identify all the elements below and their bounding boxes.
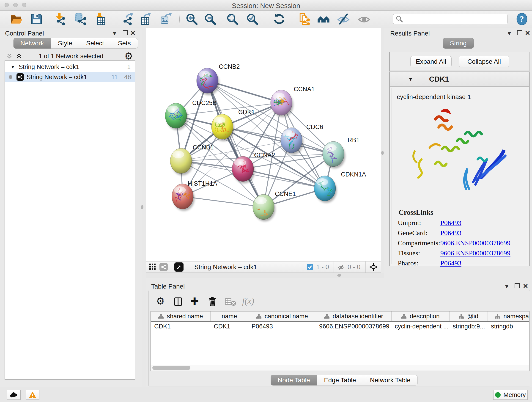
- bottom-status-bar: Memory: [0, 387, 532, 402]
- network-options-gear-icon[interactable]: ⚙: [124, 51, 133, 62]
- close-panel-icon[interactable]: ✕: [525, 29, 530, 37]
- table-cell[interactable]: 9606.ENSP00000378699: [316, 322, 392, 331]
- import-table-file-button[interactable]: [94, 12, 107, 26]
- table-settings-gear-icon[interactable]: ⚙: [156, 295, 165, 307]
- table-cell[interactable]: CDK1: [210, 322, 248, 331]
- maximize-panel-icon[interactable]: [515, 283, 520, 290]
- crosslink-link[interactable]: P06493: [440, 219, 462, 227]
- selected-checkbox-icon[interactable]: [307, 264, 313, 270]
- svg-text:?: ?: [520, 14, 524, 23]
- node-table[interactable]: shared namenamecanonical namedatabase id…: [151, 311, 530, 371]
- grid-view-icon[interactable]: [149, 264, 156, 270]
- results-actions-box: Expand All Collapse All: [389, 52, 530, 71]
- column-header-@id[interactable]: @id: [450, 312, 488, 321]
- results-scrollbar[interactable]: [530, 71, 531, 266]
- tab-string[interactable]: String: [443, 38, 474, 49]
- gene-card-body: cyclin-dependent kinase 1: [392, 88, 527, 264]
- table-cell[interactable]: P06493: [248, 322, 316, 331]
- export-network-file-button[interactable]: [121, 12, 135, 26]
- export-table-file-button[interactable]: [139, 12, 152, 26]
- zoom-selected-button[interactable]: [245, 12, 259, 26]
- tab-sets[interactable]: Sets: [111, 38, 138, 49]
- node-label-CCNE1: CCNE1: [275, 191, 296, 197]
- fit-selected-crosshair-icon[interactable]: [369, 262, 378, 272]
- table-cell[interactable]: cyclin-dependent ...: [392, 322, 450, 331]
- scrollbar-thumb[interactable]: [152, 366, 190, 370]
- maximize-panel-icon[interactable]: [123, 30, 128, 37]
- table-cell[interactable]: CDK1: [151, 322, 210, 331]
- edge-HIST1H1A-CCNE1[interactable]: [183, 196, 264, 207]
- import-network-file-button[interactable]: [53, 12, 67, 26]
- crosslink-link[interactable]: P06493: [440, 229, 462, 237]
- refresh-view-button[interactable]: [272, 12, 286, 26]
- first-neighbors-button[interactable]: [317, 12, 330, 26]
- node-label-HIST1H1A: HIST1H1A: [188, 180, 217, 187]
- node-CCNA2[interactable]: [232, 156, 254, 182]
- collapse-section-icon[interactable]: ▼: [408, 76, 413, 82]
- crosslink-link[interactable]: 9606.ENSP00000378699: [440, 239, 510, 247]
- tab-style[interactable]: Style: [51, 38, 79, 49]
- zoom-fit-button[interactable]: [225, 12, 239, 26]
- crosslink-link[interactable]: 9606.ENSP00000378699: [440, 249, 510, 257]
- tab-edge-table[interactable]: Edge Table: [317, 375, 363, 385]
- column-header-name[interactable]: name: [210, 312, 248, 321]
- crosslink-link[interactable]: P06493: [440, 259, 462, 267]
- tab-network[interactable]: Network: [13, 38, 51, 49]
- add-column-icon[interactable]: ✚: [190, 295, 199, 307]
- export-image-button[interactable]: [159, 12, 173, 26]
- hide-selected-button[interactable]: [336, 12, 350, 26]
- network-row[interactable]: String Network – cdk1 11 48: [5, 72, 135, 82]
- share-view-icon[interactable]: [159, 263, 168, 271]
- close-panel-icon[interactable]: ✕: [130, 29, 135, 37]
- table-cell[interactable]: stringdb: [488, 322, 530, 331]
- column-header-namespace[interactable]: namespace: [488, 312, 530, 321]
- float-panel-icon[interactable]: ▼: [112, 30, 117, 37]
- node-CCNA1[interactable]: [269, 90, 300, 115]
- splitter-handle[interactable]: [381, 151, 384, 155]
- help-button[interactable]: ?: [515, 12, 529, 26]
- collapse-all-button[interactable]: Collapse All: [459, 56, 509, 67]
- maximize-panel-icon[interactable]: [517, 30, 522, 37]
- open-session-button[interactable]: [10, 12, 23, 26]
- network-collection-row[interactable]: ▼ String Network – cdk1 1: [5, 62, 135, 72]
- save-session-button[interactable]: [29, 12, 43, 26]
- cloud-button[interactable]: [7, 390, 21, 400]
- search-input[interactable]: [405, 16, 505, 23]
- float-panel-icon[interactable]: ▼: [507, 30, 512, 37]
- table-horizontal-scrollbar[interactable]: [151, 365, 529, 370]
- tab-select[interactable]: Select: [79, 38, 111, 49]
- warning-button[interactable]: [26, 390, 39, 400]
- tab-node-table[interactable]: Node Table: [271, 375, 317, 385]
- splitter-handle[interactable]: [141, 205, 143, 209]
- table-cell[interactable]: stringdb:9...: [450, 322, 488, 331]
- delete-table-icon[interactable]: [225, 298, 237, 306]
- control-panel: Control Panel ▼ ✕ NetworkStyleSelectSets…: [0, 28, 142, 387]
- expand-all-button[interactable]: Expand All: [410, 56, 452, 67]
- column-header-description[interactable]: description: [392, 312, 450, 321]
- close-panel-icon[interactable]: ✕: [523, 282, 528, 290]
- apply-function-icon[interactable]: f(x): [242, 296, 254, 306]
- collection-expander-icon[interactable]: ▼: [11, 64, 15, 70]
- import-network-database-button[interactable]: [73, 12, 87, 26]
- column-header-canonical-name[interactable]: canonical name: [248, 312, 316, 321]
- network-canvas[interactable]: CCNB2CCNA1CDC25BCDK1CDC6RB1CCNB1CCNA2CDK…: [146, 28, 381, 261]
- table-row[interactable]: CDK1CDK1P064939606.ENSP00000378699cyclin…: [151, 322, 529, 331]
- show-columns-icon[interactable]: [173, 297, 183, 306]
- column-header-shared-name[interactable]: shared name: [151, 312, 210, 321]
- gene-card-header[interactable]: ▼ CDK1: [390, 72, 529, 87]
- column-header-database-identifier[interactable]: database identifier: [316, 312, 392, 321]
- clone-network-button[interactable]: [297, 12, 311, 26]
- zoom-in-button[interactable]: [185, 12, 198, 26]
- tab-network-table[interactable]: Network Table: [363, 375, 418, 385]
- birdseye-view-icon[interactable]: [174, 262, 184, 272]
- attribute-tree-icon: [324, 314, 329, 319]
- zoom-out-button[interactable]: [203, 12, 217, 26]
- memory-button[interactable]: Memory: [493, 390, 528, 400]
- node-CCNB1[interactable]: [170, 148, 192, 173]
- show-all-button[interactable]: [357, 12, 371, 26]
- node-CCNE1[interactable]: [244, 194, 274, 220]
- float-panel-icon[interactable]: ▼: [504, 283, 510, 290]
- delete-column-trash-icon[interactable]: [207, 296, 217, 307]
- edge-CCNA2-CDKN1A[interactable]: [243, 169, 325, 188]
- node-CDC25B[interactable]: [165, 95, 193, 128]
